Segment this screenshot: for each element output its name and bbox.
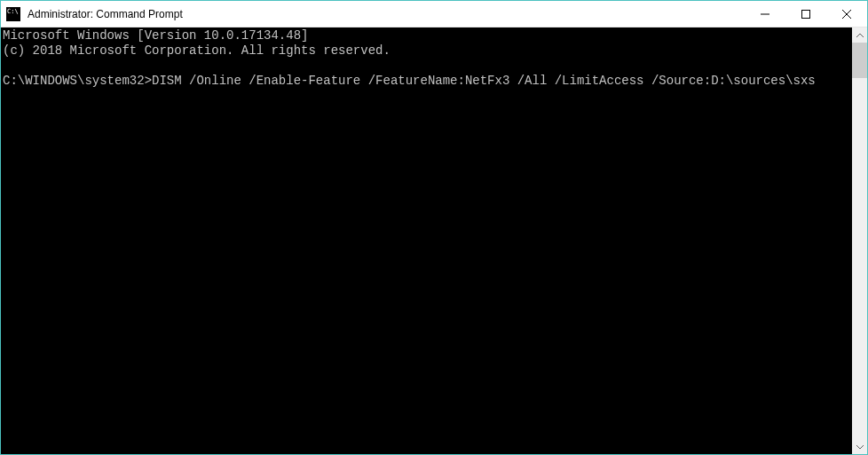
scroll-up-button[interactable]: [852, 27, 867, 43]
terminal[interactable]: Microsoft Windows [Version 10.0.17134.48…: [1, 27, 852, 454]
chevron-down-icon: [856, 445, 864, 449]
scroll-down-button[interactable]: [852, 439, 867, 454]
terminal-prompt: C:\WINDOWS\system32>: [3, 74, 152, 88]
window-title: Administrator: Command Prompt: [28, 8, 183, 20]
cmd-icon: [6, 7, 20, 21]
maximize-icon: [801, 10, 810, 19]
minimize-icon: [761, 10, 769, 19]
scroll-thumb[interactable]: [852, 43, 867, 78]
terminal-line-version: Microsoft Windows [Version 10.0.17134.48…: [3, 28, 308, 43]
titlebar[interactable]: Administrator: Command Prompt: [1, 1, 867, 27]
close-icon: [842, 10, 851, 19]
close-button[interactable]: [826, 1, 867, 27]
maximize-button[interactable]: [785, 1, 826, 27]
terminal-line-copyright: (c) 2018 Microsoft Corporation. All righ…: [3, 43, 391, 58]
terminal-command: DISM /Online /Enable-Feature /FeatureNam…: [152, 74, 816, 88]
chevron-up-icon: [856, 34, 864, 37]
svg-rect-1: [802, 10, 810, 18]
window-controls: [745, 1, 867, 27]
scrollbar[interactable]: [852, 27, 867, 454]
minimize-button[interactable]: [745, 1, 785, 27]
command-prompt-window: Administrator: Command Prompt Microsoft …: [0, 0, 868, 455]
scroll-track[interactable]: [852, 43, 867, 439]
terminal-area: Microsoft Windows [Version 10.0.17134.48…: [1, 27, 867, 454]
